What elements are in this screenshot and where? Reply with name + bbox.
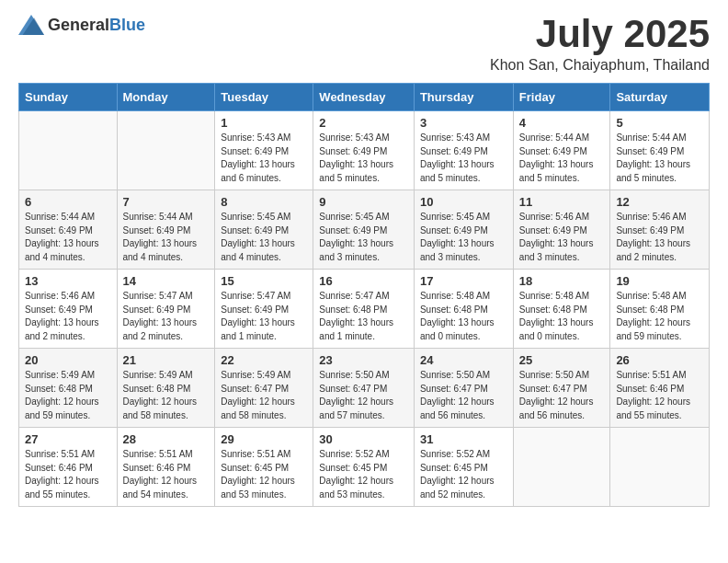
calendar-cell: 11Sunrise: 5:46 AM Sunset: 6:49 PM Dayli… [513, 190, 610, 270]
calendar-cell: 18Sunrise: 5:48 AM Sunset: 6:48 PM Dayli… [513, 270, 610, 349]
day-number: 8 [221, 195, 307, 209]
day-number: 27 [25, 432, 111, 446]
day-info: Sunrise: 5:45 AM Sunset: 6:49 PM Dayligh… [420, 211, 507, 264]
day-number: 20 [25, 353, 111, 367]
day-info: Sunrise: 5:48 AM Sunset: 6:48 PM Dayligh… [616, 290, 703, 343]
day-info: Sunrise: 5:44 AM Sunset: 6:49 PM Dayligh… [616, 132, 703, 185]
calendar-cell: 10Sunrise: 5:45 AM Sunset: 6:49 PM Dayli… [414, 190, 513, 270]
calendar-cell: 16Sunrise: 5:47 AM Sunset: 6:48 PM Dayli… [313, 270, 415, 349]
day-number: 18 [519, 274, 605, 288]
calendar-cell: 25Sunrise: 5:50 AM Sunset: 6:47 PM Dayli… [513, 349, 610, 428]
day-info: Sunrise: 5:47 AM Sunset: 6:49 PM Dayligh… [123, 290, 210, 343]
location-title: Khon San, Chaiyaphum, Thailand [490, 57, 710, 74]
day-number: 16 [319, 274, 408, 288]
day-number: 23 [319, 353, 408, 367]
day-number: 30 [319, 432, 408, 446]
calendar-week-row: 27Sunrise: 5:51 AM Sunset: 6:46 PM Dayli… [19, 428, 710, 507]
day-info: Sunrise: 5:47 AM Sunset: 6:49 PM Dayligh… [221, 290, 307, 343]
day-number: 12 [616, 195, 703, 209]
logo: GeneralBlue [18, 15, 145, 35]
calendar-week-row: 6Sunrise: 5:44 AM Sunset: 6:49 PM Daylig… [19, 190, 710, 270]
day-number: 14 [123, 274, 210, 288]
day-info: Sunrise: 5:46 AM Sunset: 6:49 PM Dayligh… [25, 290, 111, 343]
day-info: Sunrise: 5:51 AM Sunset: 6:45 PM Dayligh… [221, 448, 307, 501]
calendar-cell [610, 428, 710, 507]
col-saturday: Saturday [610, 84, 710, 111]
day-info: Sunrise: 5:50 AM Sunset: 6:47 PM Dayligh… [319, 369, 408, 422]
day-number: 13 [25, 274, 111, 288]
day-info: Sunrise: 5:49 AM Sunset: 6:47 PM Dayligh… [221, 369, 307, 422]
logo-icon [18, 15, 44, 35]
logo-blue-text: Blue [109, 16, 145, 34]
calendar-cell: 6Sunrise: 5:44 AM Sunset: 6:49 PM Daylig… [19, 190, 118, 270]
day-info: Sunrise: 5:44 AM Sunset: 6:49 PM Dayligh… [123, 211, 210, 264]
calendar-cell [117, 111, 215, 190]
day-number: 9 [319, 195, 408, 209]
day-info: Sunrise: 5:44 AM Sunset: 6:49 PM Dayligh… [519, 132, 605, 185]
calendar-cell: 3Sunrise: 5:43 AM Sunset: 6:49 PM Daylig… [414, 111, 513, 190]
day-number: 19 [616, 274, 703, 288]
day-info: Sunrise: 5:44 AM Sunset: 6:49 PM Dayligh… [25, 211, 111, 264]
calendar-table: Sunday Monday Tuesday Wednesday Thursday… [18, 83, 710, 507]
day-info: Sunrise: 5:51 AM Sunset: 6:46 PM Dayligh… [616, 369, 703, 422]
calendar-cell: 29Sunrise: 5:51 AM Sunset: 6:45 PM Dayli… [215, 428, 313, 507]
day-info: Sunrise: 5:49 AM Sunset: 6:48 PM Dayligh… [25, 369, 111, 422]
calendar-cell: 15Sunrise: 5:47 AM Sunset: 6:49 PM Dayli… [215, 270, 313, 349]
day-info: Sunrise: 5:46 AM Sunset: 6:49 PM Dayligh… [519, 211, 605, 264]
calendar-cell: 9Sunrise: 5:45 AM Sunset: 6:49 PM Daylig… [313, 190, 415, 270]
logo-general-text: General [48, 16, 109, 34]
day-info: Sunrise: 5:49 AM Sunset: 6:48 PM Dayligh… [123, 369, 210, 422]
day-info: Sunrise: 5:43 AM Sunset: 6:49 PM Dayligh… [319, 132, 408, 185]
col-thursday: Thursday [414, 84, 513, 111]
day-info: Sunrise: 5:47 AM Sunset: 6:48 PM Dayligh… [319, 290, 408, 343]
day-info: Sunrise: 5:52 AM Sunset: 6:45 PM Dayligh… [420, 448, 507, 501]
calendar-cell: 28Sunrise: 5:51 AM Sunset: 6:46 PM Dayli… [117, 428, 215, 507]
calendar-cell: 30Sunrise: 5:52 AM Sunset: 6:45 PM Dayli… [313, 428, 415, 507]
calendar-header-row: Sunday Monday Tuesday Wednesday Thursday… [19, 84, 710, 111]
calendar-cell [19, 111, 118, 190]
title-area: July 2025 Khon San, Chaiyaphum, Thailand [490, 15, 710, 74]
day-info: Sunrise: 5:48 AM Sunset: 6:48 PM Dayligh… [420, 290, 507, 343]
calendar-cell: 31Sunrise: 5:52 AM Sunset: 6:45 PM Dayli… [414, 428, 513, 507]
calendar-cell: 17Sunrise: 5:48 AM Sunset: 6:48 PM Dayli… [414, 270, 513, 349]
day-number: 6 [25, 195, 111, 209]
day-info: Sunrise: 5:45 AM Sunset: 6:49 PM Dayligh… [221, 211, 307, 264]
day-info: Sunrise: 5:43 AM Sunset: 6:49 PM Dayligh… [420, 132, 507, 185]
calendar-cell: 20Sunrise: 5:49 AM Sunset: 6:48 PM Dayli… [19, 349, 118, 428]
day-number: 29 [221, 432, 307, 446]
calendar-cell [513, 428, 610, 507]
day-number: 11 [519, 195, 605, 209]
day-info: Sunrise: 5:50 AM Sunset: 6:47 PM Dayligh… [519, 369, 605, 422]
day-number: 17 [420, 274, 507, 288]
calendar-cell: 4Sunrise: 5:44 AM Sunset: 6:49 PM Daylig… [513, 111, 610, 190]
col-wednesday: Wednesday [313, 84, 415, 111]
col-tuesday: Tuesday [215, 84, 313, 111]
day-number: 1 [221, 116, 307, 130]
day-number: 5 [616, 116, 703, 130]
calendar-cell: 12Sunrise: 5:46 AM Sunset: 6:49 PM Dayli… [610, 190, 710, 270]
calendar-cell: 19Sunrise: 5:48 AM Sunset: 6:48 PM Dayli… [610, 270, 710, 349]
day-number: 4 [519, 116, 605, 130]
calendar-week-row: 13Sunrise: 5:46 AM Sunset: 6:49 PM Dayli… [19, 270, 710, 349]
calendar-cell: 26Sunrise: 5:51 AM Sunset: 6:46 PM Dayli… [610, 349, 710, 428]
calendar-cell: 24Sunrise: 5:50 AM Sunset: 6:47 PM Dayli… [414, 349, 513, 428]
calendar-cell: 1Sunrise: 5:43 AM Sunset: 6:49 PM Daylig… [215, 111, 313, 190]
calendar-cell: 13Sunrise: 5:46 AM Sunset: 6:49 PM Dayli… [19, 270, 118, 349]
page-header: GeneralBlue July 2025 Khon San, Chaiyaph… [18, 15, 710, 74]
day-number: 15 [221, 274, 307, 288]
day-info: Sunrise: 5:43 AM Sunset: 6:49 PM Dayligh… [221, 132, 307, 185]
calendar-cell: 27Sunrise: 5:51 AM Sunset: 6:46 PM Dayli… [19, 428, 118, 507]
calendar-cell: 5Sunrise: 5:44 AM Sunset: 6:49 PM Daylig… [610, 111, 710, 190]
calendar-week-row: 1Sunrise: 5:43 AM Sunset: 6:49 PM Daylig… [19, 111, 710, 190]
calendar-cell: 7Sunrise: 5:44 AM Sunset: 6:49 PM Daylig… [117, 190, 215, 270]
calendar-cell: 23Sunrise: 5:50 AM Sunset: 6:47 PM Dayli… [313, 349, 415, 428]
day-number: 7 [123, 195, 210, 209]
month-title: July 2025 [490, 15, 710, 53]
day-number: 26 [616, 353, 703, 367]
calendar-cell: 21Sunrise: 5:49 AM Sunset: 6:48 PM Dayli… [117, 349, 215, 428]
col-friday: Friday [513, 84, 610, 111]
calendar-cell: 8Sunrise: 5:45 AM Sunset: 6:49 PM Daylig… [215, 190, 313, 270]
day-number: 10 [420, 195, 507, 209]
day-info: Sunrise: 5:48 AM Sunset: 6:48 PM Dayligh… [519, 290, 605, 343]
day-number: 28 [123, 432, 210, 446]
